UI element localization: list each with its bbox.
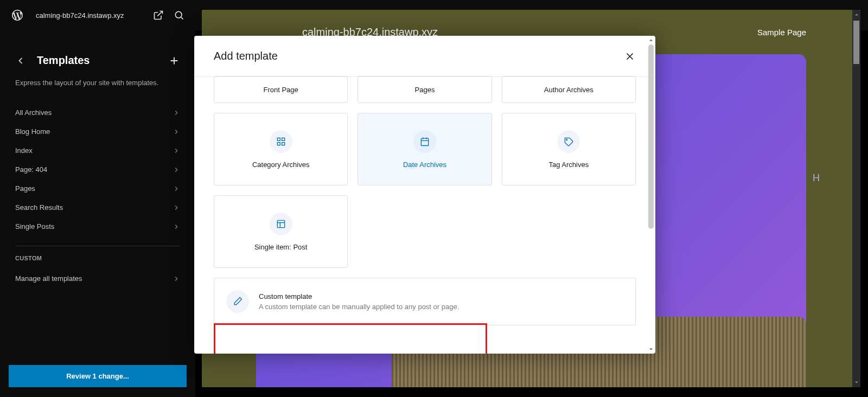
site-name-label[interactable]: calming-bb7c24.instawp.xyz: [36, 11, 124, 20]
chevron-right-icon: [173, 147, 180, 155]
template-card-category-archives[interactable]: Category Archives: [214, 113, 348, 185]
sidebar-title: Templates: [37, 54, 168, 67]
chevron-right-icon: [173, 275, 180, 283]
chevron-right-icon: [173, 185, 180, 193]
custom-section-label: CUSTOM: [0, 255, 195, 261]
grid-icon: [276, 136, 286, 147]
chevron-right-icon: [173, 109, 180, 117]
svg-point-6: [566, 139, 567, 140]
add-template-button[interactable]: [168, 55, 180, 67]
scroll-up-icon[interactable]: [853, 11, 859, 18]
layout-icon: [276, 219, 286, 229]
modal-scrollbar[interactable]: [648, 37, 654, 353]
card-label: Tag Archives: [548, 161, 589, 169]
template-card-tag-archives[interactable]: Tag Archives: [502, 113, 636, 185]
sidebar-item-manage-all[interactable]: Manage all templates: [0, 269, 195, 288]
sidebar-item-blog-home[interactable]: Blog Home: [0, 122, 195, 141]
template-card-single-post[interactable]: Single item: Post: [214, 195, 348, 268]
preview-heading-fragment: H: [813, 172, 820, 184]
sidebar-item-label: Page: 404: [15, 165, 47, 174]
scrollbar-thumb[interactable]: [648, 44, 654, 229]
template-card-pages[interactable]: Pages: [358, 76, 492, 103]
preview-scrollbar[interactable]: [852, 10, 860, 387]
review-changes-button[interactable]: Review 1 change...: [9, 365, 187, 387]
svg-rect-3: [277, 142, 280, 145]
svg-rect-7: [277, 220, 284, 227]
sidebar-item-label: Pages: [15, 184, 35, 193]
template-card-author-archives[interactable]: Author Archives: [502, 76, 636, 103]
scroll-down-icon[interactable]: [853, 379, 859, 386]
modal-title: Add template: [214, 50, 278, 62]
highlight-annotation: [214, 323, 487, 354]
sidebar-item-label: All Archives: [15, 108, 52, 117]
sidebar-item-single-posts[interactable]: Single Posts: [0, 217, 195, 236]
svg-point-0: [175, 11, 182, 18]
sidebar-item-label: Blog Home: [15, 127, 50, 136]
divider: [15, 246, 180, 246]
scroll-up-icon[interactable]: [648, 37, 654, 43]
card-label: Pages: [415, 86, 435, 94]
search-icon[interactable]: [174, 10, 184, 21]
chevron-right-icon: [173, 166, 180, 174]
card-label: Author Archives: [544, 86, 593, 94]
close-icon[interactable]: [624, 50, 636, 62]
sidebar-item-label: Manage all templates: [15, 274, 82, 283]
sidebar-item-all-archives[interactable]: All Archives: [0, 103, 195, 122]
template-card-date-archives[interactable]: Date Archives: [358, 113, 492, 185]
card-label: Single item: Post: [254, 243, 308, 251]
sidebar-item-search-results[interactable]: Search Results: [0, 198, 195, 217]
scrollbar-thumb[interactable]: [853, 21, 859, 64]
svg-rect-1: [277, 138, 280, 140]
preview-nav-link[interactable]: Sample Page: [757, 28, 806, 37]
sidebar-item-label: Index: [15, 146, 33, 155]
chevron-right-icon: [173, 128, 180, 136]
svg-rect-2: [282, 138, 284, 140]
tag-icon: [563, 136, 574, 147]
template-card-front-page[interactable]: Front Page: [214, 76, 348, 103]
custom-template-item[interactable]: Custom template A custom template can be…: [214, 278, 635, 325]
sidebar-description: Express the layout of your site with tem…: [0, 79, 195, 87]
sidebar: Templates Express the layout of your sit…: [0, 30, 195, 397]
sidebar-item-pages[interactable]: Pages: [0, 179, 195, 198]
custom-template-description: A custom template can be manually applie…: [259, 303, 459, 311]
sidebar-item-label: Single Posts: [15, 222, 54, 230]
wordpress-logo-icon[interactable]: [11, 9, 24, 22]
sidebar-item-index[interactable]: Index: [0, 141, 195, 160]
sidebar-item-label: Search Results: [15, 203, 63, 212]
sidebar-item-page-404[interactable]: Page: 404: [0, 160, 195, 179]
custom-template-title: Custom template: [259, 292, 459, 300]
card-label: Category Archives: [252, 161, 310, 169]
back-button[interactable]: [15, 55, 26, 66]
add-template-modal: Add template Front Page Pages Author Arc…: [194, 36, 655, 354]
custom-template-section: Custom template A custom template can be…: [214, 278, 636, 325]
pencil-icon: [232, 296, 243, 307]
chevron-right-icon: [173, 223, 180, 230]
calendar-icon: [419, 136, 430, 147]
scroll-down-icon[interactable]: [648, 346, 654, 353]
chevron-right-icon: [173, 204, 180, 212]
svg-rect-5: [421, 138, 428, 145]
card-label: Front Page: [264, 86, 298, 94]
external-link-icon[interactable]: [153, 10, 164, 21]
svg-rect-4: [282, 142, 284, 145]
card-label: Date Archives: [403, 161, 446, 169]
